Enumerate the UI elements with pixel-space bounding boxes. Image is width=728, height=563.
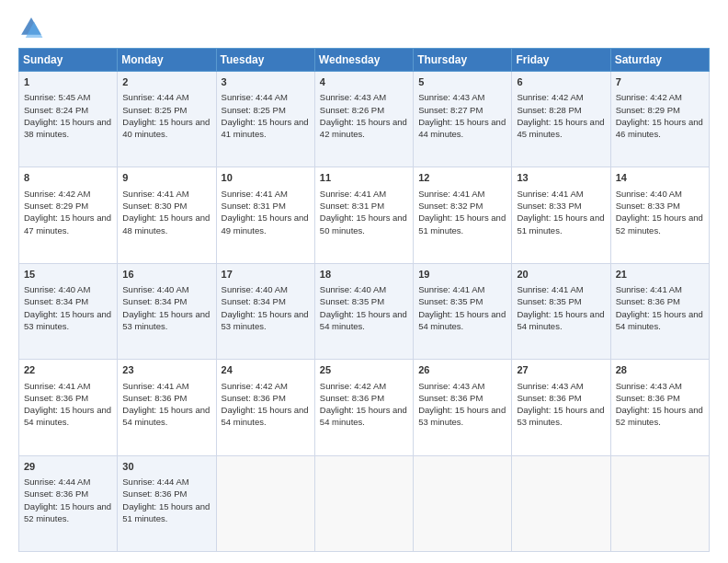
day-number: 27 — [517, 363, 605, 377]
sunset-label: Sunset: 8:24 PM — [24, 105, 88, 115]
day-number: 29 — [24, 460, 112, 474]
day-number: 24 — [222, 363, 310, 377]
sunrise-label: Sunrise: 4:43 AM — [418, 381, 484, 391]
daylight-label: Daylight: 15 hours and 53 minutes. — [418, 405, 506, 427]
calendar-cell: 10Sunrise: 4:41 AMSunset: 8:31 PMDayligh… — [216, 167, 314, 263]
calendar-cell — [314, 455, 413, 551]
calendar-cell: 8Sunrise: 4:42 AMSunset: 8:29 PMDaylight… — [19, 167, 118, 263]
sunset-label: Sunset: 8:36 PM — [122, 393, 187, 403]
daylight-label: Daylight: 15 hours and 53 minutes. — [24, 309, 111, 331]
calendar-cell: 26Sunrise: 4:43 AMSunset: 8:36 PMDayligh… — [414, 360, 512, 455]
daylight-label: Daylight: 15 hours and 44 minutes. — [418, 117, 506, 139]
sunrise-label: Sunrise: 4:41 AM — [24, 381, 90, 391]
column-header-thursday: Thursday — [414, 49, 512, 72]
calendar-cell: 16Sunrise: 4:40 AMSunset: 8:34 PMDayligh… — [118, 263, 216, 359]
sunrise-label: Sunrise: 4:44 AM — [24, 477, 90, 487]
day-number: 30 — [122, 460, 210, 474]
calendar-cell — [512, 455, 610, 551]
day-number: 19 — [418, 268, 506, 282]
sunset-label: Sunset: 8:35 PM — [517, 296, 581, 306]
day-number: 28 — [616, 363, 704, 377]
sunset-label: Sunset: 8:33 PM — [517, 201, 581, 211]
day-number: 8 — [24, 171, 112, 185]
calendar-cell: 1Sunrise: 5:45 AMSunset: 8:24 PMDaylight… — [19, 72, 118, 167]
sunrise-label: Sunrise: 4:41 AM — [517, 284, 583, 294]
daylight-label: Daylight: 15 hours and 50 minutes. — [320, 213, 407, 235]
header — [18, 15, 710, 40]
day-number: 15 — [24, 268, 112, 282]
sunset-label: Sunset: 8:35 PM — [320, 296, 384, 306]
daylight-label: Daylight: 15 hours and 54 minutes. — [418, 309, 506, 331]
calendar-cell — [414, 455, 512, 551]
sunrise-label: Sunrise: 4:43 AM — [320, 92, 386, 102]
calendar-cell: 23Sunrise: 4:41 AMSunset: 8:36 PMDayligh… — [118, 360, 216, 455]
column-header-saturday: Saturday — [610, 49, 709, 72]
calendar-cell: 14Sunrise: 4:40 AMSunset: 8:33 PMDayligh… — [610, 167, 709, 263]
day-number: 16 — [122, 268, 210, 282]
sunrise-label: Sunrise: 4:43 AM — [418, 92, 484, 102]
day-number: 2 — [122, 75, 210, 89]
daylight-label: Daylight: 15 hours and 38 minutes. — [24, 117, 111, 139]
sunrise-label: Sunrise: 4:44 AM — [122, 92, 188, 102]
day-number: 21 — [616, 268, 704, 282]
daylight-label: Daylight: 15 hours and 53 minutes. — [122, 309, 210, 331]
day-number: 25 — [320, 363, 408, 377]
daylight-label: Daylight: 15 hours and 54 minutes. — [24, 405, 111, 427]
page: SundayMondayTuesdayWednesdayThursdayFrid… — [0, 0, 728, 563]
sunset-label: Sunset: 8:36 PM — [517, 393, 581, 403]
calendar-cell: 3Sunrise: 4:44 AMSunset: 8:25 PMDaylight… — [216, 72, 314, 167]
sunset-label: Sunset: 8:34 PM — [222, 296, 286, 306]
sunrise-label: Sunrise: 4:41 AM — [418, 284, 484, 294]
sunrise-label: Sunrise: 4:44 AM — [122, 477, 188, 487]
sunrise-label: Sunrise: 4:40 AM — [24, 284, 90, 294]
daylight-label: Daylight: 15 hours and 45 minutes. — [517, 117, 604, 139]
daylight-label: Daylight: 15 hours and 51 minutes. — [418, 213, 506, 235]
sunset-label: Sunset: 8:28 PM — [517, 105, 581, 115]
sunset-label: Sunset: 8:36 PM — [616, 296, 680, 306]
calendar-cell: 18Sunrise: 4:40 AMSunset: 8:35 PMDayligh… — [314, 263, 413, 359]
sunset-label: Sunset: 8:32 PM — [418, 201, 483, 211]
sunrise-label: Sunrise: 4:40 AM — [222, 284, 288, 294]
sunset-label: Sunset: 8:30 PM — [122, 201, 187, 211]
sunset-label: Sunset: 8:36 PM — [418, 393, 483, 403]
daylight-label: Daylight: 15 hours and 41 minutes. — [222, 117, 309, 139]
sunrise-label: Sunrise: 5:45 AM — [24, 92, 90, 102]
daylight-label: Daylight: 15 hours and 54 minutes. — [320, 405, 407, 427]
daylight-label: Daylight: 15 hours and 53 minutes. — [517, 405, 604, 427]
daylight-label: Daylight: 15 hours and 40 minutes. — [122, 117, 210, 139]
day-number: 3 — [222, 75, 310, 89]
calendar-cell: 29Sunrise: 4:44 AMSunset: 8:36 PMDayligh… — [19, 455, 118, 551]
calendar-cell: 4Sunrise: 4:43 AMSunset: 8:26 PMDaylight… — [314, 72, 413, 167]
sunset-label: Sunset: 8:25 PM — [122, 105, 187, 115]
daylight-label: Daylight: 15 hours and 42 minutes. — [320, 117, 407, 139]
sunset-label: Sunset: 8:36 PM — [222, 393, 286, 403]
sunrise-label: Sunrise: 4:42 AM — [517, 92, 583, 102]
daylight-label: Daylight: 15 hours and 52 minutes. — [616, 213, 703, 235]
day-number: 17 — [222, 268, 310, 282]
daylight-label: Daylight: 15 hours and 51 minutes. — [122, 501, 210, 523]
day-number: 13 — [517, 171, 605, 185]
day-number: 4 — [320, 75, 408, 89]
day-number: 7 — [616, 75, 704, 89]
column-header-tuesday: Tuesday — [216, 49, 314, 72]
sunrise-label: Sunrise: 4:41 AM — [418, 189, 484, 199]
column-header-wednesday: Wednesday — [314, 49, 413, 72]
sunset-label: Sunset: 8:29 PM — [616, 105, 680, 115]
sunrise-label: Sunrise: 4:44 AM — [222, 92, 288, 102]
sunrise-label: Sunrise: 4:41 AM — [122, 381, 188, 391]
calendar-cell: 24Sunrise: 4:42 AMSunset: 8:36 PMDayligh… — [216, 360, 314, 455]
daylight-label: Daylight: 15 hours and 47 minutes. — [24, 213, 111, 235]
week-row-5: 29Sunrise: 4:44 AMSunset: 8:36 PMDayligh… — [19, 455, 710, 551]
day-number: 11 — [320, 171, 408, 185]
sunset-label: Sunset: 8:31 PM — [320, 201, 384, 211]
daylight-label: Daylight: 15 hours and 54 minutes. — [616, 309, 703, 331]
sunrise-label: Sunrise: 4:42 AM — [24, 189, 90, 199]
day-number: 26 — [418, 363, 506, 377]
sunset-label: Sunset: 8:27 PM — [418, 105, 483, 115]
sunset-label: Sunset: 8:33 PM — [616, 201, 680, 211]
sunset-label: Sunset: 8:26 PM — [320, 105, 384, 115]
daylight-label: Daylight: 15 hours and 52 minutes. — [24, 501, 111, 523]
sunset-label: Sunset: 8:34 PM — [24, 296, 88, 306]
sunset-label: Sunset: 8:35 PM — [418, 296, 483, 306]
calendar-cell: 19Sunrise: 4:41 AMSunset: 8:35 PMDayligh… — [414, 263, 512, 359]
